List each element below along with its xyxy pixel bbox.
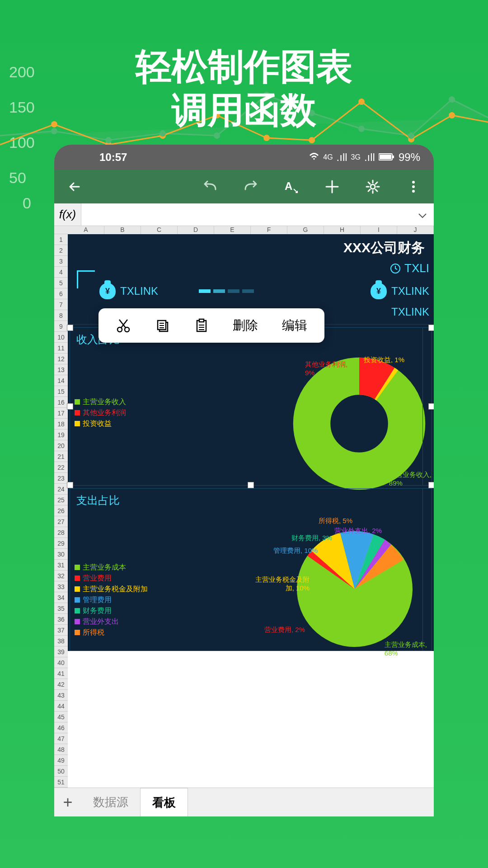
cut-button[interactable] (116, 318, 131, 333)
resize-handle[interactable] (248, 482, 254, 488)
legend-item: 其他业务利润 (75, 407, 126, 418)
svg-point-30 (331, 395, 388, 452)
settings-button[interactable] (361, 179, 384, 194)
chart-income-ratio[interactable]: 收入占比 主营业务收入其他业务利润投资收益 其他业务利润,9% (70, 327, 432, 486)
edit-button[interactable]: 编辑 (282, 317, 307, 334)
clock-badge: TXLI (390, 261, 429, 275)
resize-handle[interactable] (67, 482, 73, 488)
format-button[interactable]: A (280, 179, 303, 194)
svg-point-12 (214, 132, 220, 139)
column-headers[interactable]: ABCDEFGHIJ (68, 226, 434, 234)
legend-item: 主营业务税金及附加 (75, 584, 148, 594)
svg-point-16 (408, 132, 414, 139)
pie-label: 财务费用, 3% (291, 534, 332, 542)
pie-chart: 所得税, 5% 营业外支出, 2% 财务费用, 3% 管理费用, 10% 主营业… (282, 517, 427, 661)
paste-button[interactable] (194, 318, 209, 333)
headline-line1: 轻松制作图表 (0, 45, 488, 89)
context-menu: 删除 编辑 (99, 308, 324, 343)
svg-point-22 (371, 184, 375, 189)
svg-rect-20 (393, 156, 394, 158)
wifi-icon (309, 151, 319, 164)
sheet-tabs: + 数据源 看板 (54, 788, 434, 816)
statusbar: 10:57 4G .ıll 3G .ıll 99% (54, 145, 434, 170)
side-panel-edge (422, 328, 432, 485)
legend-item: 财务费用 (75, 605, 148, 616)
loading-indicator (199, 289, 254, 293)
undo-button[interactable] (199, 180, 221, 193)
chart-legend: 主营业务成本营业费用主营业务税金及附加管理费用财务费用营业外支出所得税 (75, 517, 148, 661)
pie-label: 主营业务成本,68% (385, 641, 427, 657)
svg-point-5 (309, 137, 315, 143)
legend-item: 主营业务收入 (75, 396, 126, 407)
corner-decoration (77, 270, 95, 288)
svg-rect-37 (199, 319, 204, 322)
legend-item: 投资收益 (75, 418, 126, 429)
row-headers[interactable]: 1234567891011121314151617181920212223242… (54, 226, 68, 788)
chart-expense-ratio[interactable]: 支出占比 主营业务成本营业费用主营业务税金及附加管理费用财务费用营业外支出所得税 (70, 488, 432, 651)
redo-button[interactable] (239, 180, 262, 193)
more-button[interactable] (402, 180, 425, 193)
battery-percent: 99% (399, 151, 420, 164)
headline: 轻松制作图表 调用函数 (0, 45, 488, 132)
battery-icon (379, 151, 395, 164)
expand-formula-button[interactable] (411, 208, 434, 221)
status-time: 10:57 (99, 151, 127, 164)
svg-point-10 (105, 137, 112, 143)
chart-title: 支出占比 (70, 489, 432, 512)
fx-label: f(x) (54, 203, 81, 226)
app-toolbar: A (54, 170, 434, 203)
svg-point-25 (412, 190, 415, 193)
signal-3g-icon: 3G (351, 153, 361, 161)
headline-line2: 调用函数 (0, 89, 488, 132)
signal-bars-icon: .ıll (364, 151, 375, 164)
pie-label: 所得税, 5% (319, 517, 352, 525)
metric-badge: ¥TXLINK (371, 283, 429, 299)
metric-label: TXLINK (391, 306, 429, 318)
resize-handle[interactable] (67, 325, 73, 331)
legend-item: 主营业务成本 (75, 562, 148, 573)
metric-badge: ¥TXLINK (99, 283, 158, 299)
signal-4g-icon: 4G (323, 153, 333, 161)
resize-handle[interactable] (67, 403, 73, 410)
svg-point-33 (125, 327, 129, 332)
side-panel-edge (422, 489, 432, 651)
signal-bars-icon: .ıll (337, 151, 347, 164)
dashboard-title: XXX公司财务 (343, 239, 425, 257)
svg-point-32 (117, 327, 122, 332)
copy-button[interactable] (155, 318, 170, 333)
legend-item: 所得税 (75, 627, 148, 638)
back-button[interactable] (63, 179, 86, 194)
legend-item: 管理费用 (75, 594, 148, 605)
svg-text:A: A (285, 180, 292, 192)
chart-legend: 主营业务收入其他业务利润投资收益 (75, 356, 126, 491)
legend-item: 营业费用 (75, 573, 148, 584)
svg-point-24 (412, 185, 415, 188)
svg-point-4 (263, 135, 270, 141)
svg-rect-19 (380, 155, 391, 159)
pie-label: 营业费用, 2% (264, 626, 305, 634)
pie-label: 其他业务利润,9% (305, 360, 347, 377)
legend-item: 营业外支出 (75, 616, 148, 627)
phone-frame: 10:57 4G .ıll 3G .ıll 99% A (54, 145, 434, 816)
add-button[interactable] (321, 180, 343, 193)
sheet-tab-datasource[interactable]: 数据源 (81, 788, 140, 816)
pie-label: 主营业务税金及附加, 10% (255, 576, 310, 593)
svg-point-23 (412, 181, 415, 184)
formula-bar: f(x) (54, 203, 434, 226)
sheet-tab-dashboard[interactable]: 看板 (140, 788, 188, 816)
delete-button[interactable]: 删除 (233, 317, 258, 334)
add-sheet-button[interactable]: + (54, 793, 81, 812)
pie-label: 营业外支出, 2% (334, 527, 382, 535)
pie-label: 投资收益, 1% (364, 356, 404, 364)
pie-label: 管理费用, 10% (273, 547, 318, 555)
donut-chart: 其他业务利润,9% 投资收益, 1% 主营业务收入,89% (291, 356, 427, 491)
dashboard-canvas[interactable]: XXX公司财务 TXLI ¥TXLINK ¥TXLINK TXLINK (68, 234, 434, 651)
